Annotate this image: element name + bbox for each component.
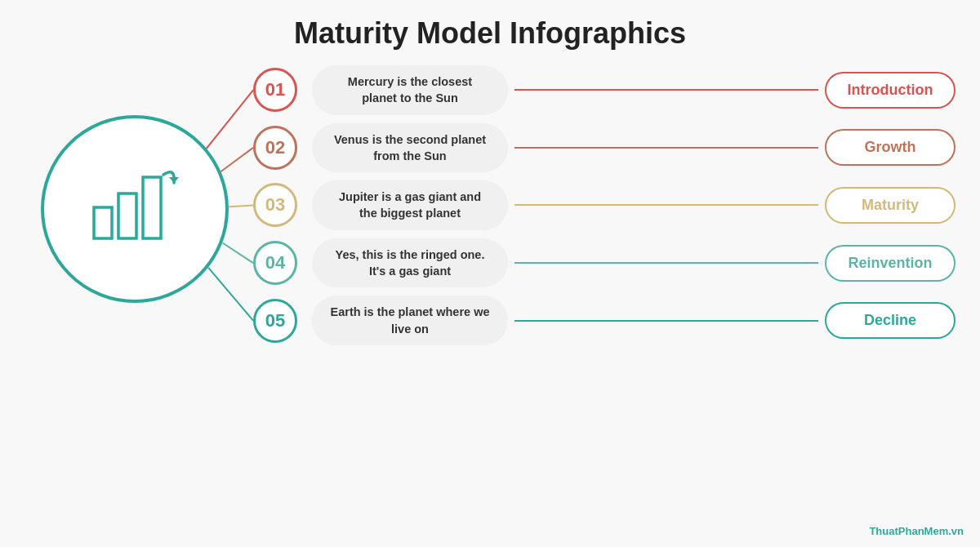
label-pill-1: Introduction xyxy=(825,72,956,109)
page-title: Maturity Model Infographics xyxy=(294,16,686,51)
desc-box-3: Jupiter is a gas giant and the biggest p… xyxy=(312,180,508,230)
item-row-5: 05Earth is the planet where we live onDe… xyxy=(253,296,956,345)
num-circle-3: 03 xyxy=(253,183,297,227)
svg-rect-0 xyxy=(94,207,112,238)
item-row-2: 02Venus is the second planet from the Su… xyxy=(253,123,956,173)
chart-icon xyxy=(86,162,184,256)
label-pill-5: Decline xyxy=(825,302,956,339)
svg-rect-2 xyxy=(143,177,161,238)
label-pill-4: Reinvention xyxy=(825,245,956,282)
desc-box-1: Mercury is the closest planet to the Sun xyxy=(312,65,508,115)
desc-box-5: Earth is the planet where we live on xyxy=(312,296,508,345)
items-area: 01Mercury is the closest planet to the S… xyxy=(253,65,956,354)
main-content: 01Mercury is the closest planet to the S… xyxy=(24,65,956,354)
connector-line-1 xyxy=(514,89,818,91)
center-circle xyxy=(41,115,229,303)
item-row-4: 04Yes, this is the ringed one. It's a ga… xyxy=(253,238,956,288)
connector-line-4 xyxy=(514,262,818,264)
watermark-rest: ThuatPhanMem.vn xyxy=(869,525,964,537)
desc-box-4: Yes, this is the ringed one. It's a gas … xyxy=(312,238,508,288)
item-row-1: 01Mercury is the closest planet to the S… xyxy=(253,65,956,115)
desc-box-2: Venus is the second planet from the Sun xyxy=(312,123,508,173)
connector-line-3 xyxy=(514,204,818,206)
label-pill-2: Growth xyxy=(825,129,956,166)
label-pill-3: Maturity xyxy=(825,187,956,224)
svg-marker-3 xyxy=(169,177,179,183)
num-circle-5: 05 xyxy=(253,299,297,343)
connector-line-5 xyxy=(514,320,818,322)
num-circle-4: 04 xyxy=(253,241,297,285)
item-row-3: 03Jupiter is a gas giant and the biggest… xyxy=(253,180,956,230)
svg-rect-1 xyxy=(118,193,136,238)
num-circle-2: 02 xyxy=(253,126,297,170)
connector-line-2 xyxy=(514,147,818,149)
watermark: ThuatPhanMem.vn xyxy=(869,525,964,537)
num-circle-1: 01 xyxy=(253,68,297,112)
